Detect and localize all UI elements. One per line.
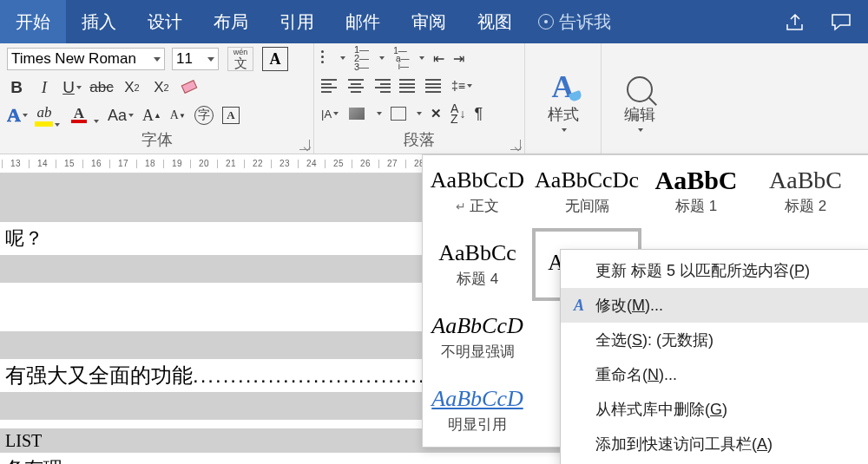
borders-button[interactable] <box>391 107 406 121</box>
tab-design[interactable]: 设计 <box>132 0 198 43</box>
styles-icon: A <box>552 71 575 102</box>
text-effects-button[interactable]: A <box>7 104 28 127</box>
edit-label: 编辑 <box>624 104 655 125</box>
ribbon-tabstrip: 开始 插入 设计 布局 引用 邮件 审阅 视图 告诉我 <box>0 0 868 43</box>
menu-item-label: 添加到快速访问工具栏(A) <box>595 434 773 454</box>
phonetic-bottom: 文 <box>234 56 247 69</box>
tab-layout[interactable]: 布局 <box>198 0 264 43</box>
context-menu-item[interactable]: 全选(S): (无数据) <box>561 323 868 357</box>
style-preview: AaBbC <box>769 168 842 193</box>
style-gallery-item[interactable]: AaBbC标题 1 <box>641 155 751 228</box>
menu-item-label: 修改(M)... <box>595 295 663 316</box>
comment-icon[interactable] <box>830 12 852 31</box>
tab-insert[interactable]: 插入 <box>66 0 132 43</box>
style-caption: 无间隔 <box>565 196 609 216</box>
edit-button[interactable]: 编辑 <box>602 43 678 154</box>
style-gallery-item[interactable]: AaBbCcD不明显强调 <box>423 301 532 374</box>
chevron-down-icon <box>94 120 99 123</box>
doc-text: LIST <box>5 431 42 451</box>
highlight-button[interactable]: ab <box>36 104 59 127</box>
style-caption: 标题 4 <box>457 269 498 289</box>
chevron-down-icon <box>207 57 214 62</box>
group-font: Times New Roman 11 wén 文 A B I U abc X2 … <box>0 43 314 154</box>
character-shading-button[interactable]: A <box>222 107 240 124</box>
phonetic-guide-button[interactable]: wén 文 <box>227 47 253 71</box>
align-justify-button[interactable] <box>399 79 417 93</box>
ruler-tick: 24 <box>298 160 325 168</box>
snap-to-grid-button[interactable]: ✕ <box>431 106 442 121</box>
tell-me-label: 告诉我 <box>559 10 611 34</box>
ruler-tick: 27 <box>378 160 405 168</box>
decrease-indent-button[interactable]: ⇤ <box>433 50 444 67</box>
chevron-down-icon <box>417 112 422 115</box>
tab-view[interactable]: 视图 <box>462 0 528 43</box>
show-marks-button[interactable]: ¶ <box>474 105 483 123</box>
ruler-tick: 14 <box>29 160 56 168</box>
style-context-menu: 更新 标题 5 以匹配所选内容(P)A修改(M)...全选(S): (无数据)重… <box>560 249 868 464</box>
context-menu-item[interactable]: 重命名(N)... <box>561 357 868 392</box>
style-preview: AaBbCcD <box>431 314 523 338</box>
clear-formatting-button[interactable] <box>181 79 200 96</box>
font-size-combo[interactable]: 11 <box>172 48 219 70</box>
font-color-button[interactable]: A <box>68 108 90 123</box>
ruler-tick: 13 <box>2 160 29 168</box>
sort-button[interactable]: AZ↓ <box>450 103 465 124</box>
strikethrough-button[interactable]: abc <box>90 79 113 96</box>
share-icon[interactable] <box>785 12 807 31</box>
align-right-button[interactable] <box>373 79 391 93</box>
align-left-button[interactable] <box>321 79 339 93</box>
group-font-label: 字体 <box>7 129 306 152</box>
bulb-icon <box>538 14 554 29</box>
italic-button[interactable]: I <box>35 78 54 97</box>
group-paragraph-label: 段落 <box>321 129 517 152</box>
underline-button[interactable]: U <box>62 78 82 97</box>
bold-button[interactable]: B <box>7 78 26 97</box>
enclose-characters-button[interactable]: 字 <box>194 106 214 125</box>
style-gallery-item[interactable]: AaBbCcDc无间隔 <box>532 155 641 228</box>
numbering-button[interactable]: 1—2—3— <box>354 45 369 71</box>
ruler-tick: 17 <box>109 160 136 168</box>
style-caption: 标题 2 <box>785 196 826 216</box>
tab-home[interactable]: 开始 <box>0 0 66 43</box>
multilevel-list-button[interactable]: 1— a— i— <box>393 47 409 70</box>
context-menu-item[interactable]: 添加到快速访问工具栏(A) <box>561 427 868 461</box>
change-case-button[interactable]: Aa <box>108 107 134 125</box>
ruler-tick: 18 <box>136 160 163 168</box>
tab-review[interactable]: 审阅 <box>396 0 462 43</box>
doc-text: 有强大又全面的功能 <box>5 362 193 389</box>
increase-indent-button[interactable]: ⇥ <box>453 50 464 67</box>
line-spacing-button[interactable]: ‡≡ <box>451 79 472 93</box>
style-gallery-item[interactable]: A <box>860 155 868 228</box>
style-gallery-item[interactable]: AaBbCc标题 4 <box>423 228 532 301</box>
align-center-button[interactable] <box>347 79 365 93</box>
style-caption: 不明显强调 <box>441 342 515 362</box>
tab-references[interactable]: 引用 <box>264 0 330 43</box>
font-size-value: 11 <box>176 50 193 68</box>
grow-font-button[interactable]: A▲ <box>142 107 161 125</box>
style-gallery-item[interactable]: AaBbCcD正文 <box>423 155 532 228</box>
context-menu-item[interactable]: 从样式库中删除(G) <box>561 392 868 427</box>
chevron-down-icon <box>379 56 385 60</box>
character-border-button[interactable]: A <box>262 47 288 71</box>
text-direction-button[interactable]: |A <box>321 108 339 121</box>
paragraph-dialog-launcher[interactable] <box>510 140 521 150</box>
font-name-combo[interactable]: Times New Roman <box>7 48 165 70</box>
bullets-button[interactable] <box>321 50 345 66</box>
style-preview: AaBbCcD <box>431 387 523 411</box>
context-menu-item[interactable]: A修改(M)... <box>561 288 868 323</box>
style-gallery-item[interactable]: AaBbC标题 2 <box>751 155 860 228</box>
subscript-button[interactable]: X2 <box>122 79 142 96</box>
shrink-font-button[interactable]: A▼ <box>170 108 186 122</box>
chevron-down-icon <box>419 56 424 60</box>
ruler-tick: 15 <box>56 160 82 168</box>
shading-button[interactable] <box>347 106 366 121</box>
context-menu-item[interactable]: 更新 标题 5 以匹配所选内容(P) <box>561 253 868 288</box>
tab-mail[interactable]: 邮件 <box>330 0 396 43</box>
tell-me-search[interactable]: 告诉我 <box>528 10 621 34</box>
styles-button[interactable]: A 样式 <box>525 43 602 154</box>
align-distribute-button[interactable] <box>425 79 443 93</box>
chevron-down-icon <box>154 57 161 62</box>
font-dialog-launcher[interactable] <box>299 140 310 150</box>
superscript-button[interactable]: X2 <box>151 79 172 96</box>
style-gallery-item[interactable]: AaBbCcD明显引用 <box>423 374 532 447</box>
